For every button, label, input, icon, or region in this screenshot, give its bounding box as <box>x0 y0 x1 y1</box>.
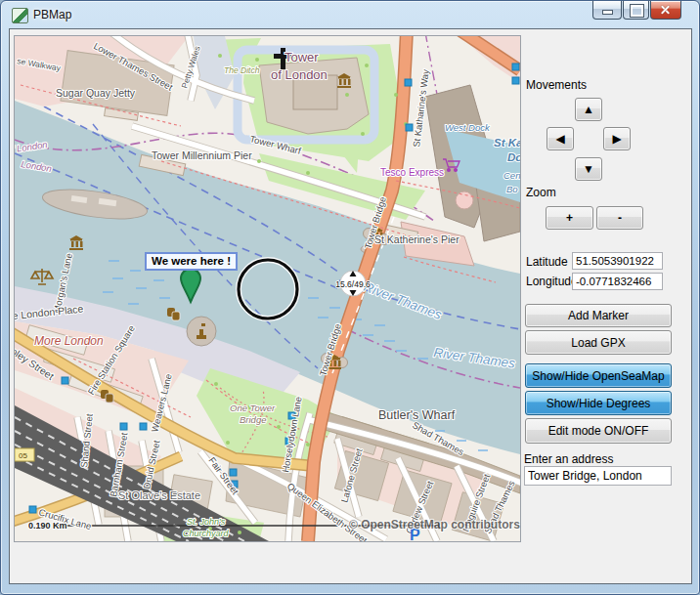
st-katharine-docks <box>401 36 520 266</box>
longitude-input[interactable] <box>572 273 663 290</box>
zoom-in-button[interactable]: + <box>546 206 593 230</box>
shield-05: 05 <box>15 448 34 461</box>
add-marker-button[interactable]: Add Marker <box>525 304 672 327</box>
move-down-button[interactable]: ▼ <box>575 157 602 181</box>
map-label-sugar-quay: Sugar Quay Jetty <box>56 87 136 99</box>
map-canvas[interactable]: 05 se Walkway Lower Thames Street Petty … <box>14 35 521 542</box>
maximize-button[interactable] <box>623 1 649 20</box>
map-label-millennium-pier: Tower Millennium Pier <box>152 149 252 161</box>
toggle-degrees-button[interactable]: Show/Hide Degrees <box>525 391 672 415</box>
edit-mode-button[interactable]: Edit mode ON/OFF <box>525 418 672 444</box>
zoom-label: Zoom <box>526 186 556 199</box>
map-label-st-katherines-pier: St Katherine's Pier <box>374 234 459 245</box>
minimize-icon <box>602 10 613 15</box>
map-label-st-johns-2: Churchyard <box>183 529 230 538</box>
address-label: Enter an address <box>524 452 613 466</box>
amphitheatre-icon <box>187 317 216 346</box>
map-label-tower-2: of London <box>271 67 328 82</box>
map-label-bo: Bo <box>506 184 518 194</box>
map-label-cen: Cen <box>503 170 520 181</box>
map-label-one-tower-2: Bridge <box>240 414 266 425</box>
move-right-button[interactable]: ▶ <box>603 127 631 150</box>
move-left-button[interactable]: ◀ <box>547 127 574 150</box>
svg-text:05: 05 <box>19 451 27 460</box>
map-label-west-dock: West Dock <box>445 122 491 133</box>
map-label-do: Do <box>507 151 520 163</box>
move-up-button[interactable]: ▲ <box>575 98 602 121</box>
window-title: PBMap <box>33 8 71 21</box>
map-label-one-tower-1: One Tower <box>230 403 276 413</box>
map-label-tower-1: Tower <box>284 50 319 64</box>
map-attribution: © OpenStreetMap contributors <box>349 518 520 531</box>
load-gpx-button[interactable]: Load GPX <box>525 330 672 355</box>
marker-tooltip[interactable]: We were here ! <box>145 252 238 271</box>
longitude-label: Longitude <box>526 275 578 288</box>
map-label-clearance: 15.6/49.6 <box>335 279 371 289</box>
map-label-tesco: Tesco Express <box>380 167 444 178</box>
maximize-icon <box>631 5 643 17</box>
map-label-st-ka: St Ka <box>494 137 520 149</box>
latitude-input[interactable] <box>572 252 663 270</box>
map-label-st-olaves: St Olave's Estate <box>118 489 200 501</box>
app-icon <box>12 8 28 23</box>
toggle-openseamap-button[interactable]: Show/Hide OpenSeaMap <box>525 363 672 388</box>
map-label-st-johns-1: St. John's <box>187 517 226 527</box>
latitude-label: Latitude <box>526 255 568 269</box>
title-bar[interactable]: PBMap <box>1 1 699 28</box>
map-label-more-london: More London <box>34 334 104 348</box>
minimize-button[interactable] <box>592 1 622 20</box>
map-label-the-ditch: The Ditch <box>224 65 260 75</box>
pbmap-window: { "window": { "title": "PBMap" }, "panel… <box>0 0 700 595</box>
movements-label: Movements <box>526 78 587 92</box>
map-scale-text: 0.190 Km <box>28 521 67 531</box>
close-button[interactable] <box>650 1 681 20</box>
zoom-out-button[interactable]: - <box>596 206 643 230</box>
address-input[interactable] <box>524 466 672 486</box>
